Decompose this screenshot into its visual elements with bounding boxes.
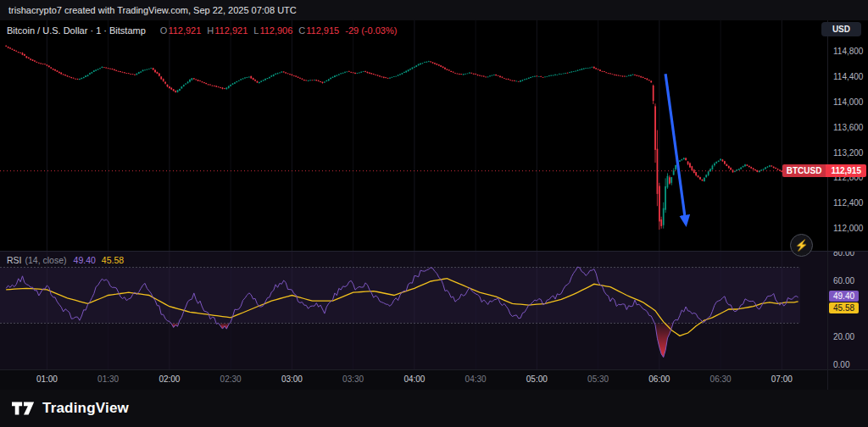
ohlc-low-value: 112,906 <box>259 25 292 36</box>
rsi-legend[interactable]: RSI(14, close)49.4045.58 <box>7 255 124 265</box>
last-price-symbol: BTCUSD <box>782 164 826 177</box>
time-axis-label: 03:30 <box>342 374 364 384</box>
rsi-ma-badge: 45.58 <box>829 302 859 313</box>
ohlc-close-value: 112,915 <box>306 25 339 36</box>
tradingview-wordmark: TradingView <box>42 400 129 417</box>
rsi-params: (14, close) <box>25 255 67 265</box>
attribution-bar: trishacrypto7 created with TradingView.c… <box>0 0 868 20</box>
rsi-pane: RSI(14, close)49.4045.58 80.0060.0040.00… <box>0 252 868 369</box>
price-axis-label: 112,400 <box>833 198 863 208</box>
tradingview-logo[interactable]: TradingView <box>12 400 129 417</box>
attribution-text: trishacrypto7 created with TradingView.c… <box>8 5 297 15</box>
ohlc-change: -29 (-0.03%) <box>345 25 397 36</box>
price-axis-label: 114,400 <box>833 72 863 82</box>
price-axis-label: 112,000 <box>833 224 863 234</box>
rsi-title: RSI <box>7 255 22 265</box>
rsi-axis-label: 80.00 <box>833 252 854 258</box>
time-axis-label: 02:00 <box>159 374 180 384</box>
replay-button[interactable]: ⚡ <box>790 234 813 257</box>
price-pane: Bitcoin / U.S. Dollar · 1 · BitstampO112… <box>0 20 868 251</box>
rsi-axis-label: 60.00 <box>833 276 854 286</box>
currency-toggle-button[interactable]: USD <box>821 22 861 36</box>
time-axis-label: 06:00 <box>648 374 670 384</box>
rsi-axis-label: 0.00 <box>833 360 849 369</box>
time-axis-label: 05:30 <box>587 374 609 384</box>
drawing-arrow <box>665 74 686 224</box>
scale-separator <box>827 20 828 390</box>
rsi-axis-label: 20.00 <box>833 332 854 342</box>
symbol-title: Bitcoin / U.S. Dollar · 1 · Bitstamp <box>7 25 146 36</box>
rsi-value-badge: 49.40 <box>829 291 859 302</box>
symbol-legend[interactable]: Bitcoin / U.S. Dollar · 1 · BitstampO112… <box>7 25 397 36</box>
tradingview-mark-icon <box>12 402 36 415</box>
rsi-ma-value: 45.58 <box>102 255 124 265</box>
time-axis-label: 01:30 <box>97 374 119 384</box>
time-scale[interactable]: 01:0001:3002:0002:3003:0003:3004:0004:30… <box>0 369 868 390</box>
time-axis-label: 02:30 <box>220 374 242 384</box>
candlestick-chart[interactable] <box>0 20 827 251</box>
time-axis-label: 03:00 <box>281 374 303 384</box>
ohlc-open-value: 112,921 <box>168 25 201 36</box>
price-axis-label: 113,600 <box>833 123 863 133</box>
pane-divider[interactable] <box>0 251 868 252</box>
ohlc-close-label: C <box>298 25 305 36</box>
time-axis-label: 06:30 <box>710 374 732 384</box>
price-axis-label: 114,000 <box>833 97 863 108</box>
price-axis-label: 113,200 <box>833 148 863 158</box>
ohlc-low-label: L <box>253 25 259 36</box>
tradingview-snapshot: trishacrypto7 created with TradingView.c… <box>0 0 868 427</box>
price-scale[interactable]: 114,800114,400114,000113,600113,200112,8… <box>828 20 868 251</box>
rsi-chart[interactable] <box>0 252 827 369</box>
time-axis-label: 05:00 <box>526 374 548 384</box>
time-axis-label: 07:00 <box>771 374 793 384</box>
time-axis-label: 04:30 <box>465 374 487 384</box>
footer-bar: TradingView <box>0 390 868 427</box>
last-price-value: 112,915 <box>826 164 866 177</box>
time-axis-label: 04:00 <box>403 374 425 384</box>
time-axis-label: 01:00 <box>36 374 58 384</box>
lightning-icon: ⚡ <box>794 239 808 252</box>
price-axis-label: 114,800 <box>833 47 863 57</box>
ohlc-high-value: 112,921 <box>214 25 248 36</box>
ohlc-high-label: H <box>207 25 214 36</box>
ohlc-open-label: O <box>160 25 168 36</box>
last-price-badge: BTCUSD112,915 <box>782 164 866 177</box>
rsi-value: 49.40 <box>74 255 96 265</box>
